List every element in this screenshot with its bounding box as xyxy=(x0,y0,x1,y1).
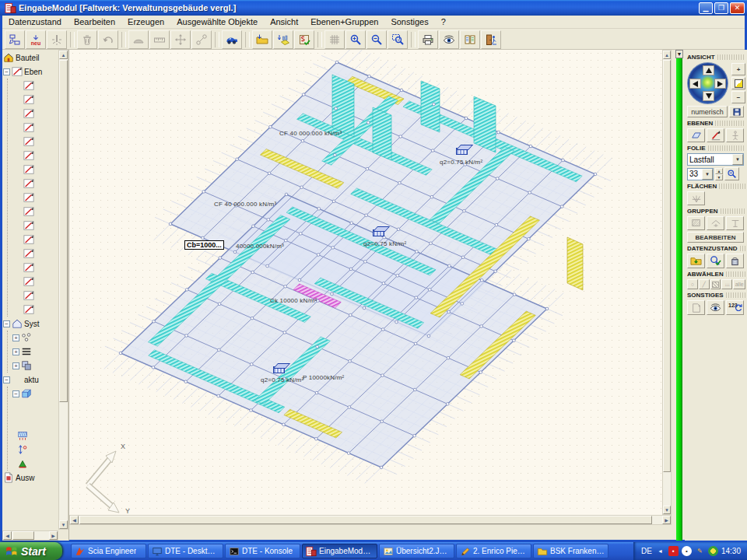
plane-view-button[interactable] xyxy=(687,128,705,142)
folie-spinner[interactable]: ▲▼ xyxy=(715,168,723,180)
tree-item-ebene[interactable] xyxy=(12,163,58,177)
compare-pages-button[interactable] xyxy=(460,30,480,49)
deselect-areas-button[interactable] xyxy=(710,279,721,289)
numerisch-button[interactable]: numerisch xyxy=(687,106,728,117)
expander-plus-icon[interactable]: + xyxy=(12,362,19,369)
menu-ausgewaehlte-objekte[interactable]: Ausgewählte Objekte xyxy=(170,16,264,27)
tree-item-system[interactable]: −Syst xyxy=(3,317,58,331)
tree-item-ebene[interactable] xyxy=(12,205,58,219)
scroll-right-icon[interactable]: ▶ xyxy=(49,531,58,540)
raster-button[interactable] xyxy=(324,30,345,49)
deselect-nodes-button[interactable]: ○ xyxy=(687,279,698,289)
scroll-up-icon[interactable]: ▲ xyxy=(663,51,671,59)
ruler-button[interactable] xyxy=(149,30,170,49)
group-area-button[interactable] xyxy=(687,216,705,230)
tree-item-ebene[interactable] xyxy=(12,233,58,247)
expander-plus-icon[interactable]: + xyxy=(12,348,19,355)
tree-item-ebene[interactable] xyxy=(12,191,58,205)
tree-item-ebene[interactable] xyxy=(12,121,58,135)
preview-button[interactable] xyxy=(439,30,459,49)
expander-plus-icon[interactable]: + xyxy=(12,334,19,341)
folie-type-select[interactable]: Lastfall▼ xyxy=(687,153,744,166)
tree-item-ebene[interactable] xyxy=(12,135,58,149)
rotate-up-icon[interactable] xyxy=(703,65,714,75)
menu-ansicht[interactable]: Ansicht xyxy=(264,16,304,27)
tree-item-auflager[interactable] xyxy=(12,457,58,471)
preview-button-panel[interactable] xyxy=(707,300,724,315)
canvas-horizontal-scrollbar[interactable]: ◀ ▶ xyxy=(69,515,672,525)
task-dte-desktop[interactable]: DTE - Desktop... xyxy=(148,544,223,558)
area-tool-button[interactable] xyxy=(687,191,705,205)
tree-item-knoten[interactable]: + xyxy=(12,331,58,345)
scroll-up-icon[interactable]: ▲ xyxy=(59,51,68,59)
menu-bearbeiten[interactable]: Bearbeiten xyxy=(68,16,121,27)
canvas-hscroll-thumb[interactable] xyxy=(79,516,652,524)
language-indicator[interactable]: DE xyxy=(641,547,652,555)
rotate-left-icon[interactable] xyxy=(689,79,701,89)
model-canvas[interactable]: CF 40 000.000 kN/m³ q2=0.75 kN/m² CF 40 … xyxy=(69,50,662,515)
tree-item-bauteil[interactable]: Bauteil xyxy=(3,51,58,65)
tree-item-ebene[interactable] xyxy=(12,289,58,303)
renumber-button[interactable]: 123 xyxy=(726,300,744,315)
close-button[interactable]: ✕ xyxy=(730,2,745,14)
apply-data-button[interactable] xyxy=(726,254,744,268)
undo-button[interactable] xyxy=(98,30,118,49)
norm-check-button[interactable] xyxy=(294,30,314,49)
tray-app-icon[interactable]: ▪ xyxy=(668,546,679,556)
zoom-window-button[interactable] xyxy=(388,30,408,49)
new-page-button[interactable] xyxy=(687,300,705,315)
tree-item-ebene[interactable] xyxy=(12,247,58,261)
tree-item-ebene[interactable] xyxy=(12,149,58,163)
folie-number-select[interactable]: 33▼ xyxy=(687,168,714,180)
load-data-button[interactable] xyxy=(687,254,705,268)
deselect-all-button[interactable]: alle xyxy=(733,279,745,289)
view-navigation-pad[interactable] xyxy=(687,62,728,104)
canvas-vertical-scrollbar[interactable]: ▲ ▼ xyxy=(662,50,672,515)
tree-item-ebene[interactable] xyxy=(12,219,58,233)
tree-item-ebene[interactable] xyxy=(12,79,58,93)
zoom-in-button[interactable] xyxy=(345,30,366,49)
folie-search-button[interactable] xyxy=(724,167,739,180)
menu-sonstiges[interactable]: Sonstiges xyxy=(384,16,434,27)
panel-splitter-strip[interactable] xyxy=(676,50,682,541)
spin-down-icon[interactable]: ▼ xyxy=(715,174,723,180)
edit-plane-button[interactable] xyxy=(707,128,724,142)
tree-item-ebene[interactable] xyxy=(12,261,58,275)
dataflow-button[interactable] xyxy=(5,30,25,49)
move-button[interactable] xyxy=(170,30,191,49)
tree-item-flaechen[interactable]: + xyxy=(12,359,58,373)
dropdown-arrow-icon[interactable]: ▼ xyxy=(732,154,743,165)
drive-button[interactable] xyxy=(222,30,242,49)
tree-item-flaechenlast[interactable] xyxy=(12,429,58,443)
scroll-down-icon[interactable]: ▼ xyxy=(59,520,68,529)
task-uebersicht-jpg[interactable]: Übersicht2.JPG... xyxy=(379,544,454,558)
pile-button[interactable] xyxy=(47,30,67,49)
group-roof-button[interactable] xyxy=(707,216,724,230)
tree-item-ebene[interactable] xyxy=(12,275,58,289)
zoom-plus-button[interactable]: + xyxy=(731,63,745,75)
menu-datenzustand[interactable]: Datenzustand xyxy=(2,16,68,27)
expander-minus-icon[interactable]: − xyxy=(3,68,10,75)
scroll-left-icon[interactable]: ◀ xyxy=(70,516,79,524)
canvas-vscroll-thumb[interactable] xyxy=(663,60,671,472)
zoom-minus-button[interactable]: − xyxy=(731,91,745,103)
scroll-left-icon[interactable]: ◀ xyxy=(3,531,12,540)
deselect-loads-button[interactable]: ↓↓↓ xyxy=(721,279,732,289)
tree-item-knotenlast[interactable] xyxy=(12,443,58,457)
task-eingabemodul[interactable]: EingabeModul ... xyxy=(302,544,377,558)
rotate-right-icon[interactable] xyxy=(714,79,726,89)
new-button[interactable]: neu xyxy=(26,30,46,49)
dropdown-arrow-icon[interactable]: ▼ xyxy=(702,169,713,180)
grid-import-button[interactable] xyxy=(273,30,293,49)
tree-item-ebene[interactable] xyxy=(12,303,58,317)
bridge-button[interactable] xyxy=(128,30,149,49)
tree-item-linien[interactable]: + xyxy=(12,345,58,359)
splitter-pin-icon[interactable]: ▼ xyxy=(675,50,683,58)
zoom-out-button[interactable] xyxy=(366,30,387,49)
menu-hilfe[interactable]: ? xyxy=(435,16,452,27)
tree-scroll-thumb[interactable] xyxy=(59,60,68,402)
check-data-button[interactable] xyxy=(707,254,724,268)
task-bsk-frankenthal[interactable]: BSK Frankenthal xyxy=(533,544,608,558)
rotate-down-icon[interactable] xyxy=(703,91,714,101)
tree-horizontal-scrollbar[interactable]: ◀ ▶ xyxy=(2,530,58,541)
